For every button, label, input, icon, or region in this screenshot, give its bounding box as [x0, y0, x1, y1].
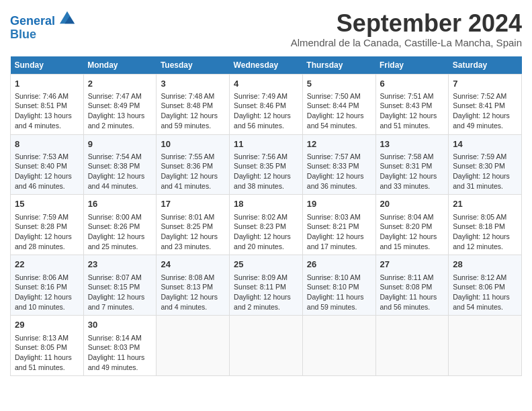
th-tuesday: Tuesday — [157, 56, 230, 75]
th-friday: Friday — [375, 56, 449, 75]
logo-text: General Blue — [10, 10, 75, 42]
logo: General Blue — [10, 10, 75, 42]
day-5: 5Sunrise: 7:50 AMSunset: 8:44 PMDaylight… — [302, 74, 375, 134]
day-13: 13Sunrise: 7:58 AMSunset: 8:31 PMDayligh… — [375, 134, 449, 195]
day-4: 4Sunrise: 7:49 AMSunset: 8:46 PMDaylight… — [230, 74, 303, 134]
day-23: 23Sunrise: 8:07 AMSunset: 8:15 PMDayligh… — [83, 255, 157, 316]
header-row: Sunday Monday Tuesday Wednesday Thursday… — [11, 56, 522, 75]
location: Almendral de la Canada, Castille-La Manc… — [291, 37, 522, 48]
day-30: 30Sunrise: 8:14 AMSunset: 8:03 PMDayligh… — [83, 316, 157, 376]
day-27: 27Sunrise: 8:11 AMSunset: 8:08 PMDayligh… — [375, 255, 449, 316]
day-12: 12Sunrise: 7:57 AMSunset: 8:33 PMDayligh… — [302, 134, 375, 195]
day-8: 8Sunrise: 7:53 AMSunset: 8:40 PMDaylight… — [11, 134, 84, 195]
day-1: 1Sunrise: 7:46 AMSunset: 8:51 PMDaylight… — [11, 74, 84, 134]
day-14: 14Sunrise: 7:59 AMSunset: 8:30 PMDayligh… — [449, 134, 522, 195]
th-monday: Monday — [83, 56, 157, 75]
day-10: 10Sunrise: 7:55 AMSunset: 8:36 PMDayligh… — [157, 134, 230, 195]
top-section: General Blue September 2024 Almendral de… — [10, 10, 522, 54]
day-9: 9Sunrise: 7:54 AMSunset: 8:38 PMDaylight… — [83, 134, 157, 195]
day-11: 11Sunrise: 7:56 AMSunset: 8:35 PMDayligh… — [230, 134, 303, 195]
day-28: 28Sunrise: 8:12 AMSunset: 8:06 PMDayligh… — [449, 255, 522, 316]
th-thursday: Thursday — [302, 56, 375, 75]
empty-cell — [157, 316, 230, 376]
calendar-table: Sunday Monday Tuesday Wednesday Thursday… — [10, 56, 522, 377]
day-22: 22Sunrise: 8:06 AMSunset: 8:16 PMDayligh… — [11, 255, 84, 316]
day-18: 18Sunrise: 8:02 AMSunset: 8:23 PMDayligh… — [230, 195, 303, 255]
day-19: 19Sunrise: 8:03 AMSunset: 8:21 PMDayligh… — [302, 195, 375, 255]
day-29: 29Sunrise: 8:13 AMSunset: 8:05 PMDayligh… — [11, 316, 84, 376]
logo-icon — [60, 10, 75, 25]
title-section: September 2024 Almendral de la Canada, C… — [291, 10, 522, 54]
day-6: 6Sunrise: 7:51 AMSunset: 8:43 PMDaylight… — [375, 74, 449, 134]
day-20: 20Sunrise: 8:04 AMSunset: 8:20 PMDayligh… — [375, 195, 449, 255]
th-saturday: Saturday — [449, 56, 522, 75]
month-title: September 2024 — [291, 10, 522, 37]
page-container: General Blue September 2024 Almendral de… — [10, 10, 522, 376]
empty-cell — [375, 316, 449, 376]
day-24: 24Sunrise: 8:08 AMSunset: 8:13 PMDayligh… — [157, 255, 230, 316]
th-sunday: Sunday — [11, 56, 84, 75]
day-26: 26Sunrise: 8:10 AMSunset: 8:10 PMDayligh… — [302, 255, 375, 316]
day-2: 2Sunrise: 7:47 AMSunset: 8:49 PMDaylight… — [83, 74, 157, 134]
logo-blue: Blue — [10, 28, 36, 41]
empty-cell — [230, 316, 303, 376]
th-wednesday: Wednesday — [230, 56, 303, 75]
day-25: 25Sunrise: 8:09 AMSunset: 8:11 PMDayligh… — [230, 255, 303, 316]
day-17: 17Sunrise: 8:01 AMSunset: 8:25 PMDayligh… — [157, 195, 230, 255]
day-21: 21Sunrise: 8:05 AMSunset: 8:18 PMDayligh… — [449, 195, 522, 255]
day-16: 16Sunrise: 8:00 AMSunset: 8:26 PMDayligh… — [83, 195, 157, 255]
empty-cell — [302, 316, 375, 376]
day-7: 7Sunrise: 7:52 AMSunset: 8:41 PMDaylight… — [449, 74, 522, 134]
day-3: 3Sunrise: 7:48 AMSunset: 8:48 PMDaylight… — [157, 74, 230, 134]
empty-cell — [449, 316, 522, 376]
day-15: 15Sunrise: 7:59 AMSunset: 8:28 PMDayligh… — [11, 195, 84, 255]
logo-general: General — [10, 14, 55, 28]
